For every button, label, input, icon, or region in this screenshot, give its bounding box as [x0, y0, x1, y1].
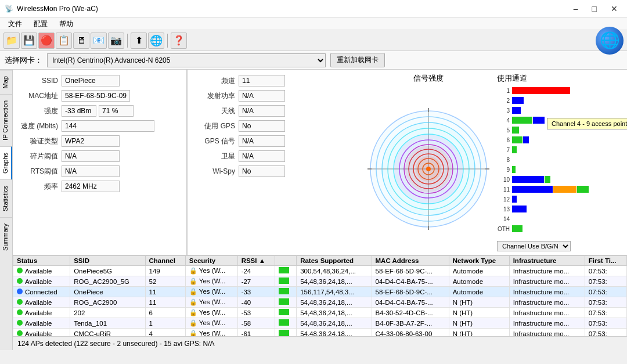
channel-bar-container	[512, 146, 624, 153]
channel-bar-container	[512, 176, 624, 183]
bar-segment	[533, 117, 545, 124]
channel-value: 11	[239, 75, 285, 87]
network-table: Status SSID Channel Security RSSI ▲ Rate…	[13, 255, 627, 336]
title-bar-controls: – □ ✕	[569, 3, 622, 15]
strength-pct: 71 %	[99, 105, 134, 117]
td-channel: 52	[145, 276, 185, 287]
td-nettype: N (HT)	[449, 329, 509, 337]
channel-number: OTH	[497, 226, 510, 232]
td-first: 07:53:	[585, 276, 626, 287]
td-rssi: -24	[237, 266, 275, 276]
nic-select[interactable]: Intel(R) Centrino(R) Advanced-N 6205	[47, 53, 326, 67]
toolbar-save[interactable]: 💾	[21, 33, 37, 49]
table-row[interactable]: Available Tenda_101 1 🔒 Yes (W... -58 54…	[13, 318, 627, 329]
bar-segment	[512, 146, 517, 153]
antenna-row: 天线 N/A	[193, 104, 355, 117]
bar-segment	[512, 176, 544, 183]
toolbar-monitor[interactable]: 🖥	[73, 33, 89, 49]
auth-value: WPA2	[62, 135, 120, 147]
td-nettype: Automode	[449, 266, 509, 276]
td-first: 07:53:	[585, 287, 626, 297]
wispy-row: Wi-Spy No	[193, 165, 355, 178]
th-ssid[interactable]: SSID	[70, 256, 145, 266]
channel-row: 9	[497, 165, 624, 174]
channel-number: 1	[497, 88, 510, 94]
channel-bar-container	[512, 136, 624, 143]
channel-label: 频道	[193, 76, 235, 86]
channel-number: 3	[497, 107, 510, 114]
th-status[interactable]: Status	[13, 256, 70, 266]
side-tabs: Map IP Connection Graphs Statistics Summ…	[0, 70, 13, 350]
tab-summary[interactable]: Summary	[0, 217, 12, 257]
close-button[interactable]: ✕	[606, 3, 622, 15]
menu-config[interactable]: 配置	[29, 19, 52, 28]
gps-value: No	[239, 120, 285, 132]
bar-segment	[512, 206, 527, 212]
th-rssi-bar[interactable]	[275, 256, 297, 266]
toolbar-upload[interactable]: ⬆	[131, 33, 147, 49]
status-dot	[17, 299, 23, 305]
channel-number: 12	[497, 196, 510, 203]
toolbar-help[interactable]: ❓	[171, 33, 187, 49]
minimize-button[interactable]: –	[569, 3, 583, 15]
table-row[interactable]: Available CMCC-uRiR 4 🔒 Yes (W... -61 54…	[13, 329, 627, 337]
channel-bar	[512, 206, 624, 212]
td-first: 07:53:	[585, 266, 626, 276]
tab-map[interactable]: Map	[0, 70, 12, 94]
table-row[interactable]: Connected OnePiece 11 🔒 Yes (W... -33 15…	[13, 287, 627, 297]
menu-file[interactable]: 文件	[3, 19, 27, 28]
antenna-label: 天线	[193, 106, 235, 116]
toolbar-network[interactable]: 🌐	[148, 33, 164, 49]
th-rates[interactable]: Rates Supported	[297, 256, 372, 266]
satellite-row: 卫星 N/A	[193, 150, 355, 163]
toolbar-copy[interactable]: 📋	[56, 33, 72, 49]
rssi-bar	[279, 298, 289, 305]
table-scroll[interactable]: Status SSID Channel Security RSSI ▲ Rate…	[13, 255, 627, 336]
status-dot	[17, 330, 23, 336]
channel-chart: 1234Channel 4 - 9 access points567891011…	[497, 86, 624, 239]
th-security[interactable]: Security	[185, 256, 237, 266]
top-section: SSID OnePiece MAC地址 58-EF-68-5D-9C-09 强度…	[13, 70, 627, 255]
tab-graphs[interactable]: Graphs	[0, 146, 12, 179]
th-first[interactable]: First Ti...	[585, 256, 626, 266]
gps-row: 使用 GPS No	[193, 120, 355, 132]
toolbar-camera[interactable]: 📷	[108, 33, 124, 49]
status-dot	[17, 320, 23, 326]
channel-number: 11	[497, 186, 510, 193]
toolbar-email[interactable]: 📧	[91, 33, 107, 49]
bar-segment	[512, 225, 522, 232]
table-row[interactable]: Available OnePiece5G 149 🔒 Yes (W... -24…	[13, 266, 627, 276]
status-dot	[17, 289, 23, 294]
menu-bar: 文件 配置 帮助	[0, 17, 627, 30]
channel-row: 7	[497, 145, 624, 154]
mac-label: MAC地址	[19, 91, 58, 101]
strength-dbm: -33 dBm	[62, 105, 96, 117]
channel-filter-select[interactable]: Channel Use B/G/N	[497, 241, 571, 251]
lock-icon: 🔒	[189, 267, 197, 274]
table-row[interactable]: Available ROG_AC2900_5G 52 🔒 Yes (W... -…	[13, 276, 627, 287]
table-row[interactable]: Available 202 6 🔒 Yes (W... -53 54,48,36…	[13, 308, 627, 318]
channel-title: 使用通道	[497, 73, 624, 84]
tab-ip-connection[interactable]: IP Connection	[0, 94, 12, 146]
lock-icon: 🔒	[189, 309, 197, 316]
toolbar-record[interactable]: 🔴	[38, 33, 55, 49]
table-row[interactable]: Available ROG_AC2900 11 🔒 Yes (W... -40 …	[13, 297, 627, 308]
rts-row: RTS阈值 N/A	[19, 165, 181, 178]
window-title: WirelessMon Pro (We-aC)	[17, 5, 98, 13]
td-first: 07:53:	[585, 297, 626, 308]
nic-reload-button[interactable]: 重新加载网卡	[330, 53, 385, 67]
channel-row: 8	[497, 155, 624, 164]
maximize-button[interactable]: □	[588, 3, 601, 15]
th-mac[interactable]: MAC Address	[372, 256, 449, 266]
th-nettype[interactable]: Network Type	[449, 256, 509, 266]
channel-row: 14	[497, 214, 624, 224]
lock-icon: 🔒	[189, 298, 197, 305]
menu-help[interactable]: 帮助	[55, 19, 78, 28]
th-infra[interactable]: Infrastructure	[509, 256, 585, 266]
th-rssi[interactable]: RSSI ▲	[237, 256, 275, 266]
channel-row: 10	[497, 175, 624, 184]
toolbar-open[interactable]: 📁	[3, 33, 20, 49]
tab-statistics[interactable]: Statistics	[0, 179, 12, 217]
td-security: 🔒 Yes (W...	[185, 318, 237, 329]
th-channel[interactable]: Channel	[145, 256, 185, 266]
